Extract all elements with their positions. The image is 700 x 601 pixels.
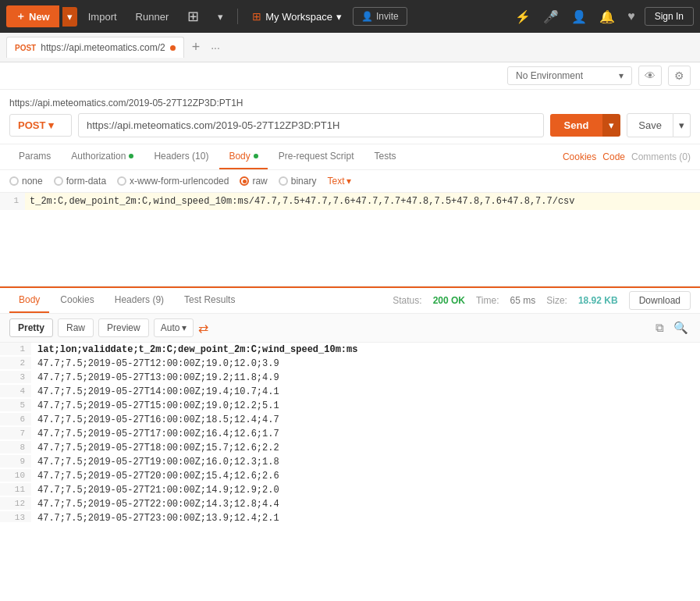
- auth-dot: [129, 154, 133, 158]
- resp-line-number: 6: [0, 413, 31, 425]
- method-selector[interactable]: POST ▾: [9, 114, 72, 137]
- resp-tab-cookies[interactable]: Cookies: [51, 288, 103, 313]
- editor-line-1: 1 t_2m:C,dew_point_2m:C,wind_speed_10m:m…: [0, 193, 700, 210]
- resp-line-number: 4: [0, 385, 31, 397]
- invite-button[interactable]: 👤 Invite: [353, 7, 407, 26]
- request-tab[interactable]: POST https://api.meteomatics.com/2: [6, 37, 184, 58]
- save-dropdown-arrow[interactable]: ▾: [673, 113, 691, 137]
- cookies-link[interactable]: Cookies: [563, 151, 596, 162]
- raw-label: raw: [252, 176, 267, 187]
- format-selector[interactable]: Auto ▾: [154, 318, 194, 337]
- response-line: 247.7;7.5;2019-05-27T12:00:00Z;19.0;12.0…: [0, 357, 700, 371]
- send-dropdown-arrow[interactable]: ▾: [602, 114, 620, 137]
- tab-modified-dot: [170, 45, 176, 51]
- url-input-row: POST ▾ Send ▾ Save ▾: [9, 113, 691, 137]
- body-label: Body: [229, 151, 250, 162]
- radio-urlencoded: [117, 176, 126, 186]
- resp-line-number: 3: [0, 371, 31, 383]
- notifications-icon-btn[interactable]: 🔔: [596, 6, 618, 27]
- body-type-formdata[interactable]: form-data: [54, 176, 106, 187]
- code-link[interactable]: Code: [602, 151, 625, 162]
- heart-icon-btn[interactable]: ♥: [624, 6, 638, 27]
- body-type-binary[interactable]: binary: [279, 176, 317, 187]
- view-pretty-button[interactable]: Pretty: [9, 318, 53, 337]
- formdata-label: form-data: [66, 176, 106, 187]
- tab-prerequest[interactable]: Pre-request Script: [269, 144, 364, 169]
- share-arrow[interactable]: ▾: [210, 7, 231, 27]
- resp-line-content: 47.7;7.5;2019-05-27T23:00:00Z;13.9;12.4;…: [31, 511, 700, 522]
- tests-label: Tests: [374, 151, 396, 162]
- workspace-button[interactable]: ⊞ My Workspace ▾: [244, 6, 350, 27]
- download-button[interactable]: Download: [629, 291, 691, 310]
- params-label: Params: [19, 151, 51, 162]
- response-line: 1147.7;7.5;2019-05-27T21:00:00Z;14.9;12.…: [0, 483, 700, 497]
- resp-tab-body[interactable]: Body: [9, 288, 49, 313]
- view-raw-button[interactable]: Raw: [58, 318, 94, 337]
- tab-params[interactable]: Params: [9, 144, 60, 169]
- tab-tests[interactable]: Tests: [364, 144, 405, 169]
- resp-line-number: 9: [0, 455, 31, 468]
- body-type-urlencoded[interactable]: x-www-form-urlencoded: [117, 176, 229, 187]
- env-selector[interactable]: No Environment ▾: [507, 66, 632, 85]
- tab-body[interactable]: Body: [219, 144, 267, 169]
- resp-line-content: 47.7;7.5;2019-05-27T12:00:00Z;19.0;12.0;…: [31, 357, 700, 371]
- resp-line-content: 47.7;7.5;2019-05-27T19:00:00Z;16.0;12.3;…: [31, 455, 700, 469]
- more-tabs-button[interactable]: ···: [208, 41, 223, 54]
- resp-cookies-label: Cookies: [60, 294, 94, 305]
- env-settings-button[interactable]: ⚙: [668, 66, 691, 86]
- url-display: https://api.meteomatics.com/2019-05-27T1…: [9, 96, 691, 113]
- resp-line-content: 47.7;7.5;2019-05-27T17:00:00Z;16.4;12.6;…: [31, 427, 700, 441]
- send-button[interactable]: Send: [550, 114, 603, 137]
- send-btn-group: Send ▾: [550, 114, 621, 137]
- view-preview-button[interactable]: Preview: [98, 318, 149, 337]
- resp-line-content: 47.7;7.5;2019-05-27T15:00:00Z;19.0;12.2;…: [31, 399, 700, 413]
- nav-divider: [237, 9, 238, 24]
- new-dropdown-arrow[interactable]: ▾: [62, 7, 77, 27]
- wrap-icon[interactable]: ⇄: [198, 321, 208, 336]
- radio-none: [9, 176, 19, 186]
- runner-button[interactable]: Runner: [128, 7, 177, 27]
- env-eye-button[interactable]: 👁: [638, 66, 662, 86]
- response-line: 747.7;7.5;2019-05-27T17:00:00Z;16.4;12.6…: [0, 427, 700, 441]
- tab-authorization[interactable]: Authorization: [62, 144, 143, 169]
- signin-button[interactable]: Sign In: [645, 7, 694, 26]
- body-text-selector[interactable]: Text ▾: [327, 176, 351, 187]
- status-value: 200 OK: [433, 295, 465, 306]
- body-type-raw[interactable]: raw: [240, 176, 267, 187]
- sync-icon-btn[interactable]: 👤: [568, 6, 590, 27]
- line-content-1: t_2m:C,dew_point_2m:C,wind_speed_10m:ms/…: [25, 193, 700, 210]
- response-line: 1347.7;7.5;2019-05-27T23:00:00Z;13.9;12.…: [0, 511, 700, 522]
- resp-line-number: 11: [0, 483, 31, 496]
- request-body-editor[interactable]: 1 t_2m:C,dew_point_2m:C,wind_speed_10m:m…: [0, 193, 700, 286]
- format-chevron: ▾: [182, 322, 187, 333]
- body-type-none[interactable]: none: [9, 176, 43, 187]
- tab-headers[interactable]: Headers (10): [144, 144, 218, 169]
- time-label: Time:: [476, 295, 499, 306]
- new-button[interactable]: ＋ New: [6, 5, 59, 27]
- navbar: ＋ New ▾ Import Runner ⊞ ▾ ⊞ My Workspace…: [0, 0, 700, 33]
- comments-link[interactable]: Comments (0): [631, 151, 691, 162]
- status-label: Status:: [393, 295, 421, 306]
- env-bar: No Environment ▾ 👁 ⚙: [0, 62, 700, 90]
- resp-line-content: 47.7;7.5;2019-05-27T16:00:00Z;18.5;12.4;…: [31, 413, 700, 427]
- resp-line-number: 2: [0, 357, 31, 369]
- copy-response-button[interactable]: ⧉: [653, 318, 666, 337]
- history-icon-btn[interactable]: 🎤: [540, 6, 562, 27]
- share-button[interactable]: ⊞: [179, 4, 207, 29]
- resp-tab-test-results[interactable]: Test Results: [175, 288, 244, 313]
- workspace-chevron: ▾: [336, 11, 342, 23]
- resp-tab-headers[interactable]: Headers (9): [105, 288, 173, 313]
- search-icon-btn[interactable]: ⚡: [512, 6, 534, 27]
- add-tab-button[interactable]: +: [187, 39, 205, 55]
- auth-label: Authorization: [71, 151, 126, 162]
- search-response-button[interactable]: 🔍: [671, 318, 691, 337]
- resp-line-content: 47.7;7.5;2019-05-27T18:00:00Z;15.7;12.6;…: [31, 441, 700, 455]
- import-button[interactable]: Import: [80, 7, 125, 27]
- url-section: https://api.meteomatics.com/2019-05-27T1…: [0, 90, 700, 144]
- url-input[interactable]: [78, 113, 544, 137]
- save-button[interactable]: Save: [627, 113, 673, 137]
- invite-icon: 👤: [361, 11, 373, 22]
- text-label: Text: [327, 176, 344, 187]
- workspace-label: My Workspace: [265, 11, 332, 23]
- resp-line-content: 47.7;7.5;2019-05-27T21:00:00Z;14.9;12.9;…: [31, 483, 700, 497]
